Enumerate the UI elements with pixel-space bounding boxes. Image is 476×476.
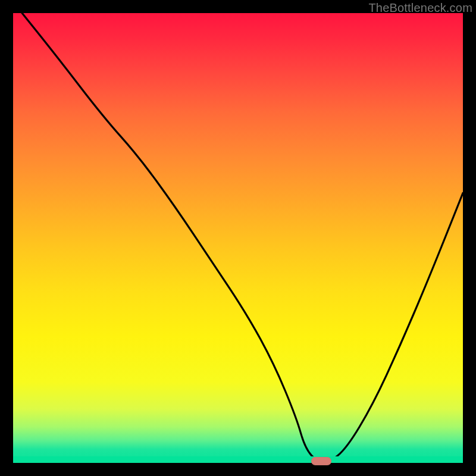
bottleneck-curve [13,13,463,463]
chart-frame: TheBottleneck.com [0,0,476,476]
optimal-marker [311,457,331,465]
baseline-strip [13,456,463,463]
